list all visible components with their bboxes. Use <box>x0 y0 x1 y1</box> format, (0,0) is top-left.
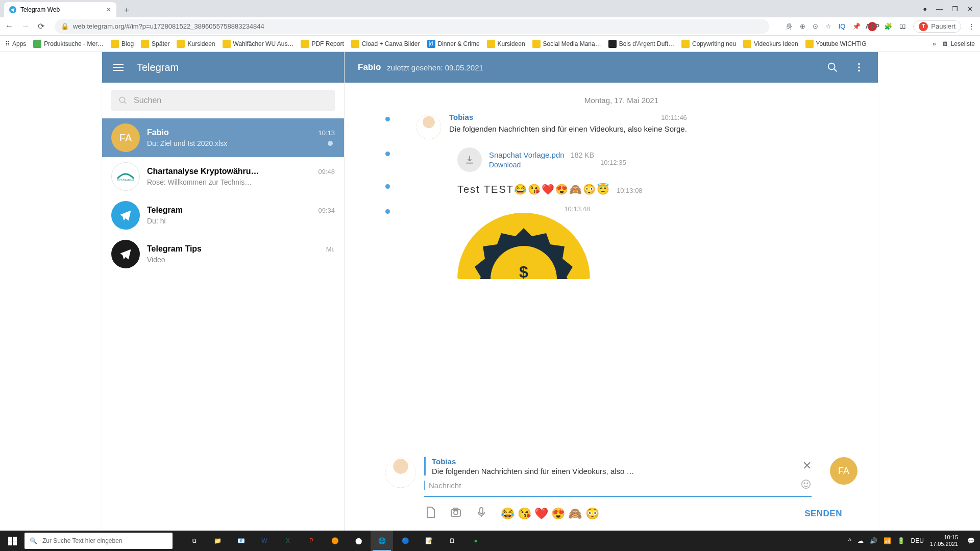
powerpoint-icon[interactable]: P <box>300 531 323 551</box>
spotify-icon[interactable]: ● <box>464 531 487 551</box>
quick-emoji-row[interactable]: 😂 😘 ❤️ 😍 🙈 😳 <box>501 507 599 520</box>
translate-icon[interactable]: ⾝ <box>786 22 793 31</box>
notepad-icon[interactable]: 🗒 <box>441 531 463 551</box>
bookmark-item[interactable]: Bois d'Argent Duft… <box>608 40 674 48</box>
microphone-icon[interactable] <box>475 506 487 521</box>
bookmark-item[interactable]: Youtube WICHTIG <box>805 40 867 48</box>
file-explorer-icon[interactable]: 📁 <box>206 531 229 551</box>
bookmark-item[interactable]: Später <box>141 40 169 48</box>
browser-tab[interactable]: Telegram Web ✕ <box>4 2 116 17</box>
send-button[interactable]: SENDEN <box>804 509 857 519</box>
message-list[interactable]: Montag, 17. Mai 2021 Tobias 10:11:46 Die… <box>345 83 878 457</box>
more-options-icon[interactable] <box>853 62 865 73</box>
bookmark-item[interactable]: Kursideen <box>487 40 525 48</box>
address-bar[interactable]: 🔒 web.telegram.org/#/im?p=u1728081522_38… <box>55 19 769 34</box>
download-icon[interactable] <box>457 147 482 172</box>
message-composer: Tobias Die folgenden Nachrichten sind fü… <box>345 457 878 531</box>
bookmark-item[interactable]: Copywriting neu <box>681 40 736 48</box>
zoom-icon[interactable]: ⊙ <box>813 22 818 30</box>
bookmark-item[interactable]: Cload + Canva Bilder <box>351 40 420 48</box>
bookmark-item[interactable]: Social Media Mana… <box>532 40 601 48</box>
abp-ext-icon[interactable]: ABP <box>868 22 877 31</box>
read-indicator-icon <box>385 152 390 156</box>
language-indicator[interactable]: DEU <box>911 537 924 544</box>
bookmark-item[interactable]: Kursideen <box>177 40 215 48</box>
message-input[interactable] <box>429 481 796 490</box>
last-seen-status: zuletzt gesehen: 09.05.2021 <box>387 63 483 72</box>
menu-icon[interactable] <box>113 64 124 71</box>
chat-name: Chartanalyse Kryptowähru… <box>147 167 259 176</box>
file-attachment[interactable]: Snapchat Vorlage.pdn 182 KB Download <box>457 147 594 172</box>
reply-author: Tobias <box>432 457 812 466</box>
notepadpp-icon[interactable]: 📝 <box>418 531 440 551</box>
bookmark-item[interactable]: Produktsuche - Mer… <box>33 40 104 48</box>
notifications-icon[interactable]: 💬 <box>967 537 975 544</box>
search-input[interactable]: Suchen <box>111 90 335 111</box>
emoji-picker-icon[interactable] <box>800 479 812 492</box>
app-icon[interactable]: 🟠 <box>324 531 346 551</box>
conversation-name[interactable]: Fabio <box>358 62 381 72</box>
chat-item[interactable]: Telegram09:34 Du: hi <box>102 196 344 235</box>
bookmark-item[interactable]: Videokurs Ideen <box>743 40 798 48</box>
svg-point-6 <box>858 63 860 65</box>
chat-item[interactable]: Telegram TipsMi. Video <box>102 235 344 273</box>
start-button[interactable] <box>0 531 24 551</box>
sidebar: Telegram Suchen FA Fabio10:13 Du: Ziel u… <box>102 52 345 531</box>
overflow-bookmarks[interactable]: » <box>933 40 936 47</box>
new-tab-button[interactable]: + <box>119 3 134 17</box>
chat-name: Telegram <box>147 206 183 215</box>
reading-list-button[interactable]: 🗏Leseliste <box>942 40 975 47</box>
chat-item-fabio[interactable]: FA Fabio10:13 Du: Ziel und Ist 2020.xlsx <box>102 118 344 157</box>
tray-chevron-icon[interactable]: ^ <box>848 537 851 544</box>
onedrive-icon[interactable]: ☁ <box>857 537 864 544</box>
tab-close-icon[interactable]: ✕ <box>106 6 111 13</box>
apps-button[interactable]: ⠿Apps <box>5 40 26 47</box>
download-link[interactable]: Download <box>489 161 594 169</box>
kebab-menu-icon[interactable]: ⋮ <box>968 22 975 30</box>
mail-icon[interactable]: 📧 <box>230 531 252 551</box>
camera-icon[interactable] <box>450 506 462 521</box>
battery-icon[interactable]: 🔋 <box>897 537 905 544</box>
my-avatar[interactable] <box>385 457 416 488</box>
attach-file-icon[interactable] <box>424 506 436 521</box>
forward-button[interactable]: → <box>21 21 30 31</box>
chat-item[interactable]: DCT-TRADING Chartanalyse Kryptowähru…09:… <box>102 157 344 196</box>
search-conversation-icon[interactable] <box>827 62 838 73</box>
system-tray: ^ ☁ 🔊 📶 🔋 DEU 10:15 17.05.2021 💬 <box>848 531 980 551</box>
taskbar-search[interactable]: 🔍 Zur Suche Text hier eingeben <box>24 533 173 549</box>
reading-list-icon[interactable]: 🕮 <box>899 22 906 30</box>
account-dot-icon[interactable]: ● <box>923 5 927 13</box>
maximize-button[interactable]: ❐ <box>952 5 958 13</box>
close-window-button[interactable]: ✕ <box>967 5 973 13</box>
bookmark-item[interactable]: Blog <box>111 40 134 48</box>
back-button[interactable]: ← <box>5 21 13 31</box>
svg-line-5 <box>834 69 837 72</box>
bookmark-item[interactable]: jdDinner & Crime <box>427 40 480 48</box>
task-view-icon[interactable]: ⧉ <box>183 531 205 551</box>
cancel-reply-icon[interactable]: ✕ <box>802 459 812 472</box>
bookmark-item[interactable]: PDF Report <box>301 40 344 48</box>
minimize-button[interactable]: — <box>936 5 943 13</box>
iq-ext-icon[interactable]: IQ <box>839 22 846 30</box>
edge-icon[interactable]: 🔵 <box>394 531 416 551</box>
word-icon[interactable]: W <box>253 531 276 551</box>
star-icon[interactable]: ☆ <box>825 22 831 30</box>
file-name: Snapchat Vorlage.pdn <box>489 151 565 159</box>
pin-ext-icon[interactable]: 📌 <box>852 22 861 30</box>
chrome-icon[interactable]: 🌐 <box>371 531 393 551</box>
reply-preview[interactable]: Tobias Die folgenden Nachrichten sind fü… <box>424 457 812 475</box>
puzzle-icon[interactable]: 🧩 <box>884 22 892 30</box>
volume-icon[interactable]: 🔊 <box>870 537 877 544</box>
profile-button[interactable]: T Pausiert <box>913 20 961 33</box>
excel-icon[interactable]: X <box>277 531 299 551</box>
bookmark-item[interactable]: Wahlfächer WU Aus… <box>223 40 294 48</box>
image-message[interactable]: $ FM <box>457 213 590 279</box>
wifi-icon[interactable]: 📶 <box>884 537 891 544</box>
reload-button[interactable]: ⟳ <box>38 21 44 31</box>
chat-time: 10:13 <box>318 129 335 137</box>
install-icon[interactable]: ⊕ <box>800 22 805 30</box>
obs-icon[interactable]: ⬤ <box>347 531 370 551</box>
sender-avatar[interactable] <box>416 115 441 139</box>
recipient-avatar[interactable]: FA <box>830 457 857 485</box>
clock[interactable]: 10:15 17.05.2021 <box>930 534 961 547</box>
